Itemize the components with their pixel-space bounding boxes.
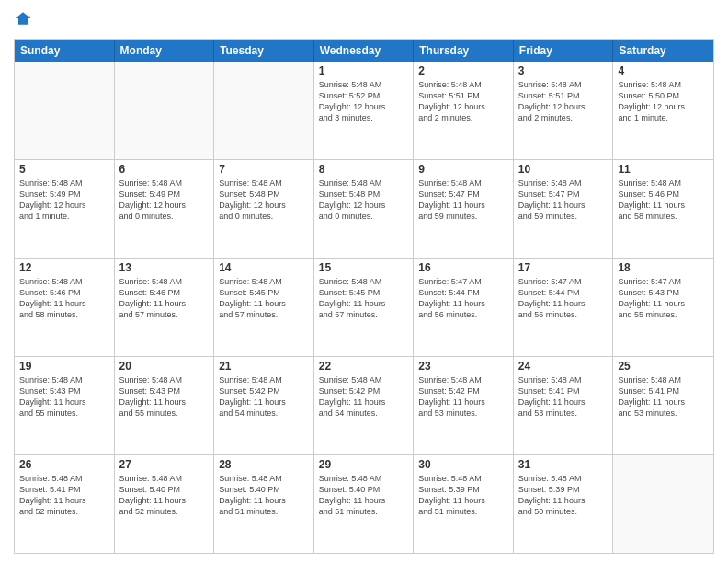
calendar-cell: 16Sunrise: 5:47 AM Sunset: 5:44 PM Dayli…	[414, 259, 514, 356]
calendar-cell: 11Sunrise: 5:48 AM Sunset: 5:46 PM Dayli…	[613, 160, 713, 258]
cell-info: Sunrise: 5:48 AM Sunset: 5:47 PM Dayligh…	[518, 178, 609, 223]
calendar-cell: 13Sunrise: 5:48 AM Sunset: 5:46 PM Dayli…	[115, 259, 215, 356]
cell-info: Sunrise: 5:48 AM Sunset: 5:50 PM Dayligh…	[618, 79, 709, 124]
calendar-cell: 15Sunrise: 5:48 AM Sunset: 5:45 PM Dayli…	[314, 259, 415, 356]
logo	[14, 9, 34, 31]
calendar-cell: 3Sunrise: 5:48 AM Sunset: 5:51 PM Daylig…	[514, 62, 614, 159]
day-header-thursday: Thursday	[414, 40, 514, 62]
calendar-cell: 10Sunrise: 5:48 AM Sunset: 5:47 PM Dayli…	[514, 160, 614, 258]
cell-date: 26	[19, 458, 109, 471]
header	[14, 9, 714, 31]
cell-date: 13	[119, 261, 210, 274]
cell-date: 28	[219, 458, 309, 471]
cell-info: Sunrise: 5:48 AM Sunset: 5:51 PM Dayligh…	[518, 79, 609, 124]
calendar-cell: 19Sunrise: 5:48 AM Sunset: 5:43 PM Dayli…	[15, 357, 115, 454]
calendar-cell: 23Sunrise: 5:48 AM Sunset: 5:42 PM Dayli…	[414, 357, 514, 454]
cell-info: Sunrise: 5:48 AM Sunset: 5:39 PM Dayligh…	[418, 473, 508, 518]
calendar-cell	[214, 62, 314, 159]
cell-date: 23	[418, 360, 508, 373]
cell-date: 27	[119, 458, 210, 471]
cell-info: Sunrise: 5:48 AM Sunset: 5:40 PM Dayligh…	[219, 473, 309, 518]
calendar-row: 1Sunrise: 5:48 AM Sunset: 5:52 PM Daylig…	[15, 62, 713, 160]
calendar-row: 26Sunrise: 5:48 AM Sunset: 5:41 PM Dayli…	[15, 455, 713, 553]
cell-info: Sunrise: 5:48 AM Sunset: 5:45 PM Dayligh…	[319, 276, 409, 321]
calendar-cell: 20Sunrise: 5:48 AM Sunset: 5:43 PM Dayli…	[115, 357, 215, 454]
cell-info: Sunrise: 5:48 AM Sunset: 5:41 PM Dayligh…	[518, 374, 609, 419]
cell-info: Sunrise: 5:48 AM Sunset: 5:43 PM Dayligh…	[119, 374, 210, 419]
calendar-cell: 5Sunrise: 5:48 AM Sunset: 5:49 PM Daylig…	[15, 160, 115, 258]
cell-date: 19	[19, 360, 109, 373]
cell-date: 7	[219, 163, 309, 176]
cell-info: Sunrise: 5:48 AM Sunset: 5:48 PM Dayligh…	[319, 178, 409, 223]
calendar-cell: 7Sunrise: 5:48 AM Sunset: 5:48 PM Daylig…	[214, 160, 314, 258]
cell-date: 20	[119, 360, 210, 373]
calendar-cell: 29Sunrise: 5:48 AM Sunset: 5:40 PM Dayli…	[314, 455, 415, 553]
calendar-cell: 31Sunrise: 5:48 AM Sunset: 5:39 PM Dayli…	[514, 455, 614, 553]
cell-info: Sunrise: 5:48 AM Sunset: 5:51 PM Dayligh…	[418, 79, 508, 124]
calendar-cell: 6Sunrise: 5:48 AM Sunset: 5:49 PM Daylig…	[115, 160, 215, 258]
calendar-cell: 14Sunrise: 5:48 AM Sunset: 5:45 PM Dayli…	[214, 259, 314, 356]
cell-info: Sunrise: 5:48 AM Sunset: 5:42 PM Dayligh…	[219, 374, 309, 419]
calendar-row: 5Sunrise: 5:48 AM Sunset: 5:49 PM Daylig…	[15, 160, 713, 259]
cell-date: 18	[618, 261, 709, 274]
cell-date: 9	[418, 163, 508, 176]
cell-date: 31	[518, 458, 609, 471]
calendar-cell: 28Sunrise: 5:48 AM Sunset: 5:40 PM Dayli…	[214, 455, 314, 553]
cell-date: 3	[518, 64, 609, 77]
cell-info: Sunrise: 5:48 AM Sunset: 5:48 PM Dayligh…	[219, 178, 309, 223]
calendar-body: 1Sunrise: 5:48 AM Sunset: 5:52 PM Daylig…	[15, 62, 713, 553]
cell-info: Sunrise: 5:48 AM Sunset: 5:47 PM Dayligh…	[418, 178, 508, 223]
day-header-friday: Friday	[514, 40, 614, 62]
cell-date: 4	[618, 64, 709, 77]
calendar-row: 12Sunrise: 5:48 AM Sunset: 5:46 PM Dayli…	[15, 259, 713, 357]
calendar-cell: 2Sunrise: 5:48 AM Sunset: 5:51 PM Daylig…	[414, 62, 514, 159]
calendar-cell: 17Sunrise: 5:47 AM Sunset: 5:44 PM Dayli…	[514, 259, 614, 356]
cell-info: Sunrise: 5:48 AM Sunset: 5:45 PM Dayligh…	[219, 276, 309, 321]
cell-info: Sunrise: 5:48 AM Sunset: 5:49 PM Dayligh…	[119, 178, 210, 223]
day-header-wednesday: Wednesday	[314, 40, 415, 62]
cell-date: 10	[518, 163, 609, 176]
cell-date: 21	[219, 360, 309, 373]
calendar: SundayMondayTuesdayWednesdayThursdayFrid…	[14, 39, 714, 554]
calendar-cell: 24Sunrise: 5:48 AM Sunset: 5:41 PM Dayli…	[514, 357, 614, 454]
svg-marker-0	[16, 12, 31, 24]
cell-date: 24	[518, 360, 609, 373]
calendar-cell: 30Sunrise: 5:48 AM Sunset: 5:39 PM Dayli…	[414, 455, 514, 553]
cell-info: Sunrise: 5:48 AM Sunset: 5:41 PM Dayligh…	[618, 374, 709, 419]
cell-date: 11	[618, 163, 709, 176]
calendar-cell: 25Sunrise: 5:48 AM Sunset: 5:41 PM Dayli…	[613, 357, 713, 454]
calendar-cell: 21Sunrise: 5:48 AM Sunset: 5:42 PM Dayli…	[214, 357, 314, 454]
cell-date: 1	[319, 64, 409, 77]
cell-info: Sunrise: 5:48 AM Sunset: 5:46 PM Dayligh…	[19, 276, 109, 321]
cell-date: 15	[319, 261, 409, 274]
day-header-saturday: Saturday	[613, 40, 713, 62]
calendar-cell: 4Sunrise: 5:48 AM Sunset: 5:50 PM Daylig…	[613, 62, 713, 159]
calendar-cell	[15, 62, 115, 159]
cell-info: Sunrise: 5:48 AM Sunset: 5:46 PM Dayligh…	[119, 276, 210, 321]
day-header-monday: Monday	[115, 40, 215, 62]
calendar-cell: 18Sunrise: 5:47 AM Sunset: 5:43 PM Dayli…	[613, 259, 713, 356]
cell-info: Sunrise: 5:48 AM Sunset: 5:43 PM Dayligh…	[19, 374, 109, 419]
cell-info: Sunrise: 5:48 AM Sunset: 5:40 PM Dayligh…	[119, 473, 210, 518]
day-header-sunday: Sunday	[15, 40, 115, 62]
calendar-cell: 1Sunrise: 5:48 AM Sunset: 5:52 PM Daylig…	[314, 62, 415, 159]
page: SundayMondayTuesdayWednesdayThursdayFrid…	[0, 0, 728, 563]
day-header-tuesday: Tuesday	[214, 40, 314, 62]
calendar-row: 19Sunrise: 5:48 AM Sunset: 5:43 PM Dayli…	[15, 357, 713, 455]
cell-date: 22	[319, 360, 409, 373]
cell-info: Sunrise: 5:48 AM Sunset: 5:52 PM Dayligh…	[319, 79, 409, 124]
cell-info: Sunrise: 5:48 AM Sunset: 5:42 PM Dayligh…	[319, 374, 409, 419]
cell-info: Sunrise: 5:48 AM Sunset: 5:46 PM Dayligh…	[618, 178, 709, 223]
cell-info: Sunrise: 5:48 AM Sunset: 5:39 PM Dayligh…	[518, 473, 609, 518]
calendar-cell: 22Sunrise: 5:48 AM Sunset: 5:42 PM Dayli…	[314, 357, 415, 454]
cell-date: 2	[418, 64, 508, 77]
cell-info: Sunrise: 5:48 AM Sunset: 5:40 PM Dayligh…	[319, 473, 409, 518]
cell-info: Sunrise: 5:47 AM Sunset: 5:44 PM Dayligh…	[518, 276, 609, 321]
cell-date: 5	[19, 163, 109, 176]
logo-icon	[14, 9, 32, 28]
cell-date: 14	[219, 261, 309, 274]
cell-date: 29	[319, 458, 409, 471]
cell-date: 17	[518, 261, 609, 274]
cell-date: 8	[319, 163, 409, 176]
calendar-cell: 26Sunrise: 5:48 AM Sunset: 5:41 PM Dayli…	[15, 455, 115, 553]
